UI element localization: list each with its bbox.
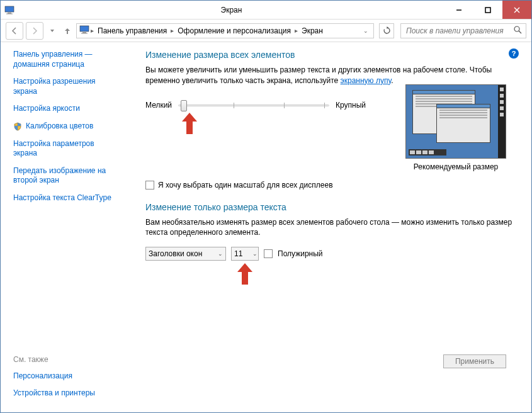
bold-label: Полужирный: [278, 249, 323, 258]
breadcrumb-root[interactable]: Панель управления: [95, 26, 169, 35]
slider-label-large: Крупный: [336, 101, 366, 110]
svg-rect-7: [80, 26, 89, 31]
sidebar-home-line1: Панель управления —: [13, 50, 93, 59]
minimize-button[interactable]: [444, 1, 473, 19]
intro-paragraph: Вы можете увеличить или уменьшить размер…: [145, 65, 519, 86]
svg-rect-8: [82, 32, 86, 33]
preview-caption: Рекомендуемый размер: [405, 162, 506, 171]
heading-text-only: Изменение только размера текста: [145, 202, 519, 212]
search-box[interactable]: [400, 23, 526, 38]
forward-button[interactable]: [26, 22, 43, 40]
window-title: Экран: [18, 6, 444, 14]
breadcrumb[interactable]: ▸ Панель управления ▸ Оформление и персо…: [76, 23, 374, 38]
single-scale-label: Я хочу выбрать один масштаб для всех дис…: [158, 181, 333, 190]
breadcrumb-mid[interactable]: Оформление и персонализация: [175, 26, 293, 35]
heading-resize-all: Изменение размера всех элементов: [145, 50, 519, 60]
monitor-icon: [79, 25, 89, 36]
sidebar-personalization-link[interactable]: Персонализация: [13, 371, 133, 382]
sidebar-devices-link[interactable]: Устройства и принтеры: [13, 388, 133, 399]
apply-button[interactable]: Применить: [443, 354, 506, 368]
sidebar-home-link[interactable]: Панель управления — домашняя страница: [13, 50, 133, 69]
up-button[interactable]: [61, 22, 74, 40]
sidebar-home-line2: домашняя страница: [13, 60, 84, 69]
refresh-button[interactable]: [379, 23, 394, 38]
app-icon: [1, 6, 18, 14]
svg-line-11: [519, 31, 521, 33]
svg-point-10: [514, 26, 519, 31]
fontsize-dropdown[interactable]: 11 ⌄: [231, 247, 259, 261]
svg-rect-9: [81, 33, 88, 34]
sidebar-brightness-link[interactable]: Настройка яркости: [13, 104, 133, 114]
annotation-arrow-dropdown: [236, 263, 254, 283]
sidebar-display-settings-link[interactable]: Настройка параметров экрана: [13, 139, 133, 159]
slider-thumb[interactable]: [181, 100, 187, 111]
chevron-down-icon: ⌄: [252, 251, 258, 257]
bold-checkbox[interactable]: [264, 249, 273, 258]
single-scale-checkbox[interactable]: [145, 181, 154, 190]
sidebar-resolution-link[interactable]: Настройка разрешения экрана: [13, 77, 133, 96]
navbar: ▸ Панель управления ▸ Оформление и персо…: [1, 20, 531, 42]
titlebar: Экран: [1, 1, 531, 20]
breadcrumb-leaf[interactable]: Экран: [299, 26, 325, 35]
element-dropdown[interactable]: Заголовки окон ⌄: [145, 247, 226, 261]
chevron-down-icon: ⌄: [218, 251, 223, 257]
search-icon: [514, 26, 522, 36]
sidebar-calibrate-link[interactable]: Калибровка цветов: [13, 122, 133, 132]
search-input[interactable]: [405, 26, 514, 36]
shield-icon: [13, 122, 22, 131]
sidebar-cleartype-link[interactable]: Настройка текста ClearType: [13, 193, 133, 203]
breadcrumb-dropdown-icon[interactable]: ⌄: [363, 28, 371, 34]
main-content: Изменение размера всех элементов Вы може…: [139, 50, 519, 406]
recent-locations-button[interactable]: [46, 22, 59, 40]
close-button[interactable]: [502, 1, 531, 19]
sidebar: Панель управления — домашняя страница На…: [13, 50, 139, 406]
chevron-right-icon: ▸: [295, 27, 298, 34]
scale-slider[interactable]: [178, 99, 329, 111]
chevron-right-icon: ▸: [91, 27, 94, 34]
preview-image: [405, 84, 506, 159]
see-also-label: См. также: [13, 355, 133, 364]
preview-panel: Рекомендуемый размер: [405, 84, 506, 171]
svg-rect-4: [485, 8, 490, 13]
magnifier-link[interactable]: экранную лупу: [341, 76, 392, 85]
text-only-paragraph: Вам необязательно изменять размер всех э…: [145, 217, 519, 239]
back-button[interactable]: [6, 22, 23, 40]
sidebar-project-link[interactable]: Передать изображение на второй экран: [13, 166, 133, 186]
slider-label-small: Мелкий: [145, 101, 172, 110]
chevron-right-icon: ▸: [171, 27, 174, 34]
maximize-button[interactable]: [473, 1, 502, 19]
svg-rect-0: [5, 6, 14, 12]
svg-rect-2: [6, 13, 13, 14]
annotation-arrow-slider: [181, 113, 198, 133]
svg-rect-1: [8, 13, 11, 14]
